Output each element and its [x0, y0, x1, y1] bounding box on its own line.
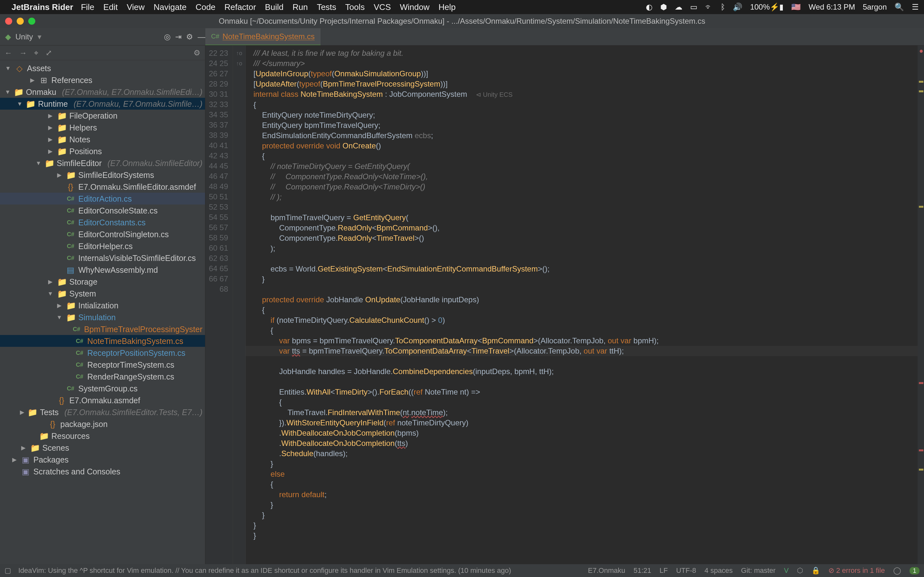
code-editor[interactable]: 22 23 24 25 26 27 28 29 30 31 32 33 34 3…: [205, 45, 924, 564]
wifi-icon[interactable]: ᯤ: [705, 3, 713, 11]
tree-twisty-icon[interactable]: ▶: [29, 74, 36, 86]
tree-twisty-icon[interactable]: ▶: [20, 406, 24, 418]
tree-node[interactable]: ▶⊞References: [0, 74, 205, 86]
tree-node[interactable]: {}E7.Onmaku.asmdef: [0, 394, 205, 406]
input-flag-icon[interactable]: 🇺🇸: [791, 3, 801, 11]
cloud-icon[interactable]: ☁: [675, 3, 682, 11]
volume-icon[interactable]: 🔊: [733, 3, 742, 11]
tree-twisty-icon[interactable]: ▶: [47, 276, 54, 288]
tree-node[interactable]: C#EditorControlSingleton.cs: [0, 228, 205, 240]
zoom-window-button[interactable]: [28, 18, 35, 25]
tree-node[interactable]: ▶📁Tests(E7.Onmaku.SimfileEditor.Tests, E…: [0, 406, 205, 418]
tree-twisty-icon[interactable]: ▶: [56, 169, 63, 181]
dropbox-icon[interactable]: ⬢: [660, 3, 667, 11]
select-opened-icon[interactable]: ⌖: [34, 48, 39, 57]
app-name[interactable]: JetBrains Rider: [11, 2, 73, 12]
tree-twisty-icon[interactable]: ▶: [47, 110, 54, 122]
tree-twisty-icon[interactable]: ▼: [56, 311, 63, 324]
tree-node[interactable]: ▼📁Runtime(E7.Onmaku, E7.Onmaku.Simfile…): [0, 98, 205, 110]
tree-twisty-icon[interactable]: ▶: [47, 133, 54, 145]
status-eol[interactable]: LF: [660, 566, 668, 575]
tree-node[interactable]: ▶📁Scenes: [0, 442, 205, 454]
tree-node[interactable]: ▼📁SimfileEditor(E7.Onmaku.SimfileEditor): [0, 157, 205, 169]
spotlight-icon[interactable]: 🔍: [895, 3, 904, 11]
lock-icon[interactable]: 🔒: [811, 566, 820, 575]
tree-node[interactable]: C#BpmTimeTravelProcessingSyster: [0, 323, 205, 335]
code-area[interactable]: /// At least, it is fine if we tag for b…: [246, 45, 918, 564]
unity-icon[interactable]: ⬡: [797, 566, 803, 575]
user-name[interactable]: 5argon: [863, 3, 887, 11]
tree-node[interactable]: ▶📁Helpers: [0, 121, 205, 133]
battery-status[interactable]: 100% ⚡▮: [750, 3, 783, 11]
menu-run[interactable]: Run: [292, 2, 308, 12]
menu-refactor[interactable]: Refactor: [225, 2, 256, 12]
project-tree[interactable]: ▼ ◇ Assets ▶⊞References▼📁Onmaku(E7.Onmak…: [0, 60, 205, 564]
breadcrumb-root[interactable]: Unity: [15, 32, 33, 41]
tree-node[interactable]: C#InternalsVisibleToSimfileEditor.cs: [0, 252, 205, 264]
status-encoding[interactable]: UTF-8: [676, 566, 696, 575]
tree-twisty-icon[interactable]: ▼: [17, 98, 23, 110]
hide-icon[interactable]: —: [198, 32, 205, 41]
vim-icon[interactable]: V: [784, 566, 788, 575]
menu-window[interactable]: Window: [400, 2, 429, 12]
tree-node[interactable]: ▶📁FileOperation: [0, 110, 205, 121]
menu-navigate[interactable]: Navigate: [153, 2, 187, 12]
line-gutter[interactable]: 22 23 24 25 26 27 28 29 30 31 32 33 34 3…: [205, 45, 233, 564]
tree-twisty-icon[interactable]: ▶: [20, 442, 27, 454]
menu-build[interactable]: Build: [265, 2, 284, 12]
tree-twisty-icon[interactable]: ▶: [11, 454, 18, 466]
close-window-button[interactable]: [5, 18, 12, 25]
tree-node[interactable]: ▶▣Packages: [0, 454, 205, 466]
tree-twisty-icon[interactable]: ▼: [36, 157, 41, 169]
tree-node[interactable]: ▶📁Positions: [0, 145, 205, 157]
control-center-icon[interactable]: ☰: [912, 3, 919, 11]
status-caret[interactable]: 51:21: [634, 566, 651, 575]
display-icon[interactable]: ▭: [690, 3, 698, 11]
tree-twisty-icon[interactable]: ▶: [47, 145, 54, 157]
menu-view[interactable]: View: [127, 2, 145, 12]
tree-node[interactable]: C#ReceptorPositionSystem.cs: [0, 347, 205, 359]
tree-root[interactable]: ▼ ◇ Assets: [0, 62, 205, 74]
menu-help[interactable]: Help: [439, 2, 456, 12]
minimize-window-button[interactable]: [17, 18, 24, 25]
status-namespace[interactable]: E7.Onmaku: [588, 566, 625, 575]
menu-tools[interactable]: Tools: [345, 2, 365, 12]
editor-tab[interactable]: C# NoteTimeBakingSystem.cs: [205, 28, 320, 45]
status-git[interactable]: Git: master: [741, 566, 776, 575]
tree-node[interactable]: C#EditorHelper.cs: [0, 240, 205, 252]
tree-node[interactable]: C#EditorAction.cs: [0, 193, 205, 205]
tree-node[interactable]: C#EditorConstants.cs: [0, 216, 205, 228]
tree-node[interactable]: ▶📁Notes: [0, 133, 205, 145]
solution-icon[interactable]: ◆: [5, 32, 11, 41]
clock[interactable]: Wed 6:13 PM: [809, 3, 855, 11]
tree-node[interactable]: C#SystemGroup.cs: [0, 382, 205, 394]
tree-node[interactable]: ▼📁System: [0, 287, 205, 300]
expand-all-icon[interactable]: ⤢: [45, 48, 52, 57]
tree-node[interactable]: ▼📁Onmaku(E7.Onmaku, E7.Onmaku.SimfileEdi…: [0, 86, 205, 98]
menu-code[interactable]: Code: [195, 2, 215, 12]
bluetooth-icon[interactable]: ᛒ: [720, 3, 725, 11]
tree-twisty-icon[interactable]: ▶: [56, 300, 63, 311]
tree-node[interactable]: {}package.json: [0, 418, 205, 430]
error-stripe[interactable]: ●: [918, 45, 924, 564]
tree-node[interactable]: ▶📁Storage: [0, 276, 205, 287]
tree-node[interactable]: ▤WhyNewAssembly.md: [0, 264, 205, 276]
tree-twisty-icon[interactable]: ▼: [5, 86, 11, 98]
tree-node[interactable]: C#NoteTimeBakingSystem.cs: [0, 335, 205, 347]
notifications-badge[interactable]: 1: [909, 567, 919, 574]
tree-node[interactable]: {}E7.Onmaku.SimfileEditor.asmdef: [0, 181, 205, 193]
menu-tests[interactable]: Tests: [317, 2, 336, 12]
status-errors[interactable]: ⊘ 2 errors in 1 file: [829, 566, 885, 575]
tree-node[interactable]: C#RenderRangeSystem.cs: [0, 371, 205, 382]
tree-twisty-icon[interactable]: ▶: [47, 121, 54, 134]
tree-node[interactable]: ▣Scratches and Consoles: [0, 466, 205, 477]
collapse-icon[interactable]: ⇥: [175, 32, 182, 41]
tree-node[interactable]: C#ReceptorTimeSystem.cs: [0, 359, 205, 371]
tree-node[interactable]: ▶📁SimfileEditorSystems: [0, 169, 205, 181]
menu-file[interactable]: File: [81, 2, 94, 12]
inspection-indicator-icon[interactable]: ●: [919, 47, 923, 55]
settings-icon[interactable]: ⚙: [186, 32, 193, 41]
back-icon[interactable]: ←: [5, 48, 12, 57]
processes-icon[interactable]: ◯: [893, 566, 901, 575]
menu-edit[interactable]: Edit: [103, 2, 118, 12]
